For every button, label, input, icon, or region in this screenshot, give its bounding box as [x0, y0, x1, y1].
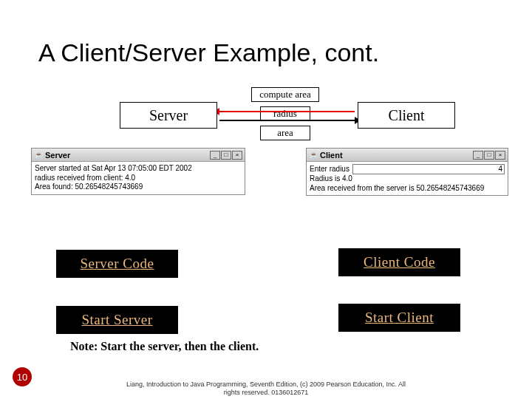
- client-window-titlebar: ☕ Client _ □ ×: [307, 149, 508, 162]
- minimize-button[interactable]: _: [473, 151, 483, 160]
- java-icon: ☕: [34, 151, 43, 160]
- server-box: Server: [120, 102, 217, 129]
- server-window-titlebar: ☕ Server _ □ ×: [32, 149, 245, 162]
- note-text: Note: Start the server, then the client.: [70, 340, 259, 353]
- radius-input[interactable]: 4: [352, 164, 505, 174]
- arrow-area: [219, 120, 355, 121]
- client-code-button[interactable]: Client Code: [338, 248, 460, 276]
- close-button[interactable]: ×: [232, 151, 242, 160]
- client-window: ☕ Client _ □ × Enter radius 4 Radius is …: [306, 148, 508, 196]
- label-area: area: [260, 126, 310, 140]
- footer-line: rights reserved. 0136012671: [0, 389, 532, 396]
- arrow-radius: [219, 111, 355, 112]
- footer-line: Liang, Introduction to Java Programming,…: [0, 381, 532, 388]
- server-log-line: radius received from client: 4.0: [35, 174, 242, 183]
- footer: Liang, Introduction to Java Programming,…: [0, 381, 532, 396]
- minimize-button[interactable]: _: [210, 151, 220, 160]
- java-icon: ☕: [309, 151, 318, 160]
- label-compute-area: compute area: [251, 87, 319, 102]
- maximize-button[interactable]: □: [484, 151, 494, 160]
- server-window-title: Server: [45, 151, 209, 160]
- server-log-line: Server started at Sat Apr 13 07:05:00 ED…: [35, 164, 242, 174]
- diagram: compute area radius area Server Client: [33, 83, 498, 143]
- server-window: ☕ Server _ □ × Server started at Sat Apr…: [31, 148, 245, 195]
- start-client-button[interactable]: Start Client: [338, 304, 460, 332]
- server-log-line: Area found: 50.26548245743669: [35, 183, 242, 192]
- client-box: Client: [358, 102, 455, 129]
- maximize-button[interactable]: □: [221, 151, 231, 160]
- close-button[interactable]: ×: [495, 151, 505, 160]
- radius-label: Enter radius: [310, 165, 352, 174]
- client-log-line: Radius is 4.0: [310, 174, 505, 184]
- slide-title: A Client/Server Example, cont.: [38, 38, 379, 67]
- server-code-button[interactable]: Server Code: [56, 250, 178, 278]
- server-window-body: Server started at Sat Apr 13 07:05:00 ED…: [32, 162, 245, 194]
- start-server-button[interactable]: Start Server: [56, 306, 178, 334]
- client-log-line: Area received from the server is 50.2654…: [310, 184, 505, 194]
- label-radius: radius: [260, 106, 310, 121]
- client-window-title: Client: [320, 151, 472, 160]
- client-window-body: Enter radius 4 Radius is 4.0 Area receiv…: [307, 162, 508, 195]
